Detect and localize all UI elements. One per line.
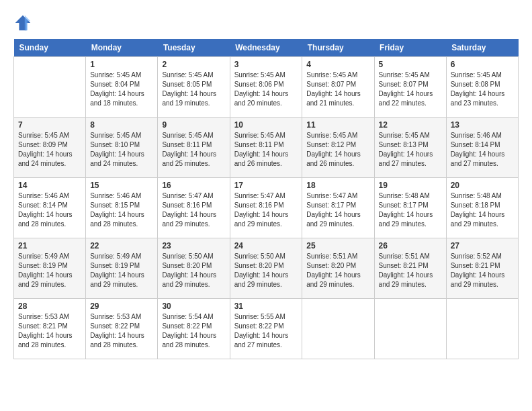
day-info: Sunrise: 5:45 AM Sunset: 8:13 PM Dayligh… <box>379 131 442 169</box>
calendar-cell: 23Sunrise: 5:50 AM Sunset: 8:20 PM Dayli… <box>158 238 230 299</box>
calendar-week-5: 28Sunrise: 5:53 AM Sunset: 8:21 PM Dayli… <box>14 299 519 359</box>
day-number: 26 <box>379 241 442 250</box>
day-info: Sunrise: 5:47 AM Sunset: 8:16 PM Dayligh… <box>162 191 225 229</box>
day-number: 29 <box>90 302 153 311</box>
calendar-cell <box>14 57 86 118</box>
day-number: 15 <box>90 181 153 190</box>
calendar-cell: 20Sunrise: 5:48 AM Sunset: 8:18 PM Dayli… <box>446 178 518 238</box>
day-info: Sunrise: 5:45 AM Sunset: 8:07 PM Dayligh… <box>306 71 369 108</box>
column-header-sunday: Sunday <box>14 39 86 57</box>
day-number: 3 <box>234 60 298 69</box>
day-number: 18 <box>306 181 369 190</box>
calendar-cell: 2Sunrise: 5:45 AM Sunset: 8:05 PM Daylig… <box>158 57 230 118</box>
day-number: 4 <box>306 60 369 69</box>
calendar-cell: 14Sunrise: 5:46 AM Sunset: 8:14 PM Dayli… <box>14 178 86 238</box>
calendar-cell: 21Sunrise: 5:49 AM Sunset: 8:19 PM Dayli… <box>14 238 86 299</box>
day-info: Sunrise: 5:46 AM Sunset: 8:14 PM Dayligh… <box>18 191 81 229</box>
day-number: 14 <box>18 181 81 190</box>
day-info: Sunrise: 5:45 AM Sunset: 8:11 PM Dayligh… <box>234 131 298 169</box>
day-number: 11 <box>306 120 369 130</box>
calendar-cell: 30Sunrise: 5:54 AM Sunset: 8:22 PM Dayli… <box>158 299 230 359</box>
day-info: Sunrise: 5:46 AM Sunset: 8:14 PM Dayligh… <box>451 131 514 169</box>
day-info: Sunrise: 5:51 AM Sunset: 8:20 PM Dayligh… <box>306 252 369 289</box>
calendar-cell: 17Sunrise: 5:47 AM Sunset: 8:16 PM Dayli… <box>230 178 302 238</box>
calendar-cell: 27Sunrise: 5:52 AM Sunset: 8:21 PM Dayli… <box>446 238 518 299</box>
calendar-cell: 3Sunrise: 5:45 AM Sunset: 8:06 PM Daylig… <box>230 57 302 118</box>
day-info: Sunrise: 5:47 AM Sunset: 8:16 PM Dayligh… <box>234 191 298 229</box>
calendar-week-2: 7Sunrise: 5:45 AM Sunset: 8:09 PM Daylig… <box>14 118 519 178</box>
day-info: Sunrise: 5:45 AM Sunset: 8:11 PM Dayligh… <box>162 131 225 169</box>
calendar-cell: 7Sunrise: 5:45 AM Sunset: 8:09 PM Daylig… <box>14 118 86 178</box>
calendar-cell <box>374 299 446 359</box>
day-number: 23 <box>162 241 225 250</box>
day-number: 10 <box>234 120 298 130</box>
calendar-table: SundayMondayTuesdayWednesdayThursdayFrid… <box>13 39 519 359</box>
day-number: 9 <box>162 120 225 130</box>
day-info: Sunrise: 5:45 AM Sunset: 8:12 PM Dayligh… <box>306 131 369 169</box>
calendar-cell: 16Sunrise: 5:47 AM Sunset: 8:16 PM Dayli… <box>158 178 230 238</box>
day-info: Sunrise: 5:46 AM Sunset: 8:15 PM Dayligh… <box>90 191 153 229</box>
day-number: 6 <box>451 60 514 69</box>
page-header <box>13 13 519 32</box>
day-info: Sunrise: 5:48 AM Sunset: 8:18 PM Dayligh… <box>451 191 514 229</box>
day-info: Sunrise: 5:45 AM Sunset: 8:05 PM Dayligh… <box>162 71 225 108</box>
day-number: 20 <box>451 181 514 190</box>
day-number: 8 <box>90 120 153 130</box>
calendar-cell: 10Sunrise: 5:45 AM Sunset: 8:11 PM Dayli… <box>230 118 302 178</box>
calendar-cell: 5Sunrise: 5:45 AM Sunset: 8:07 PM Daylig… <box>374 57 446 118</box>
day-info: Sunrise: 5:50 AM Sunset: 8:20 PM Dayligh… <box>234 252 298 289</box>
day-info: Sunrise: 5:45 AM Sunset: 8:07 PM Dayligh… <box>379 71 442 108</box>
calendar-week-3: 14Sunrise: 5:46 AM Sunset: 8:14 PM Dayli… <box>14 178 519 238</box>
calendar-cell: 4Sunrise: 5:45 AM Sunset: 8:07 PM Daylig… <box>302 57 374 118</box>
column-header-tuesday: Tuesday <box>158 39 230 57</box>
calendar-cell: 19Sunrise: 5:48 AM Sunset: 8:17 PM Dayli… <box>374 178 446 238</box>
day-number: 21 <box>18 241 81 250</box>
calendar-week-4: 21Sunrise: 5:49 AM Sunset: 8:19 PM Dayli… <box>14 238 519 299</box>
day-info: Sunrise: 5:52 AM Sunset: 8:21 PM Dayligh… <box>451 252 514 289</box>
calendar-cell: 29Sunrise: 5:53 AM Sunset: 8:22 PM Dayli… <box>86 299 158 359</box>
day-info: Sunrise: 5:53 AM Sunset: 8:21 PM Dayligh… <box>18 312 81 350</box>
calendar-header-row: SundayMondayTuesdayWednesdayThursdayFrid… <box>14 39 519 57</box>
logo <box>13 13 35 32</box>
calendar-cell <box>302 299 374 359</box>
day-number: 16 <box>162 181 225 190</box>
day-info: Sunrise: 5:49 AM Sunset: 8:19 PM Dayligh… <box>18 252 81 289</box>
day-info: Sunrise: 5:45 AM Sunset: 8:06 PM Dayligh… <box>234 71 298 108</box>
column-header-saturday: Saturday <box>446 39 518 57</box>
day-number: 5 <box>379 60 442 69</box>
day-number: 1 <box>90 60 153 69</box>
calendar-cell: 25Sunrise: 5:51 AM Sunset: 8:20 PM Dayli… <box>302 238 374 299</box>
day-number: 22 <box>90 241 153 250</box>
day-number: 19 <box>379 181 442 190</box>
day-info: Sunrise: 5:47 AM Sunset: 8:17 PM Dayligh… <box>306 191 369 229</box>
calendar-cell: 13Sunrise: 5:46 AM Sunset: 8:14 PM Dayli… <box>446 118 518 178</box>
calendar-cell: 22Sunrise: 5:49 AM Sunset: 8:19 PM Dayli… <box>86 238 158 299</box>
calendar-cell: 6Sunrise: 5:45 AM Sunset: 8:08 PM Daylig… <box>446 57 518 118</box>
day-info: Sunrise: 5:45 AM Sunset: 8:10 PM Dayligh… <box>90 131 153 169</box>
calendar-cell: 1Sunrise: 5:45 AM Sunset: 8:04 PM Daylig… <box>86 57 158 118</box>
day-number: 31 <box>234 302 298 311</box>
calendar-cell: 9Sunrise: 5:45 AM Sunset: 8:11 PM Daylig… <box>158 118 230 178</box>
calendar-cell: 8Sunrise: 5:45 AM Sunset: 8:10 PM Daylig… <box>86 118 158 178</box>
logo-icon <box>13 13 32 32</box>
svg-marker-0 <box>15 15 30 30</box>
calendar-cell: 18Sunrise: 5:47 AM Sunset: 8:17 PM Dayli… <box>302 178 374 238</box>
day-number: 30 <box>162 302 225 311</box>
day-number: 27 <box>451 241 514 250</box>
day-number: 28 <box>18 302 81 311</box>
calendar-cell: 11Sunrise: 5:45 AM Sunset: 8:12 PM Dayli… <box>302 118 374 178</box>
day-info: Sunrise: 5:45 AM Sunset: 8:04 PM Dayligh… <box>90 71 153 108</box>
calendar-cell: 15Sunrise: 5:46 AM Sunset: 8:15 PM Dayli… <box>86 178 158 238</box>
calendar-cell: 26Sunrise: 5:51 AM Sunset: 8:21 PM Dayli… <box>374 238 446 299</box>
calendar-cell: 12Sunrise: 5:45 AM Sunset: 8:13 PM Dayli… <box>374 118 446 178</box>
column-header-wednesday: Wednesday <box>230 39 302 57</box>
day-info: Sunrise: 5:45 AM Sunset: 8:09 PM Dayligh… <box>18 131 81 169</box>
column-header-friday: Friday <box>374 39 446 57</box>
day-number: 12 <box>379 120 442 130</box>
day-info: Sunrise: 5:49 AM Sunset: 8:19 PM Dayligh… <box>90 252 153 289</box>
day-number: 25 <box>306 241 369 250</box>
calendar-cell <box>446 299 518 359</box>
day-info: Sunrise: 5:51 AM Sunset: 8:21 PM Dayligh… <box>379 252 442 289</box>
day-info: Sunrise: 5:54 AM Sunset: 8:22 PM Dayligh… <box>162 312 225 350</box>
day-number: 17 <box>234 181 298 190</box>
